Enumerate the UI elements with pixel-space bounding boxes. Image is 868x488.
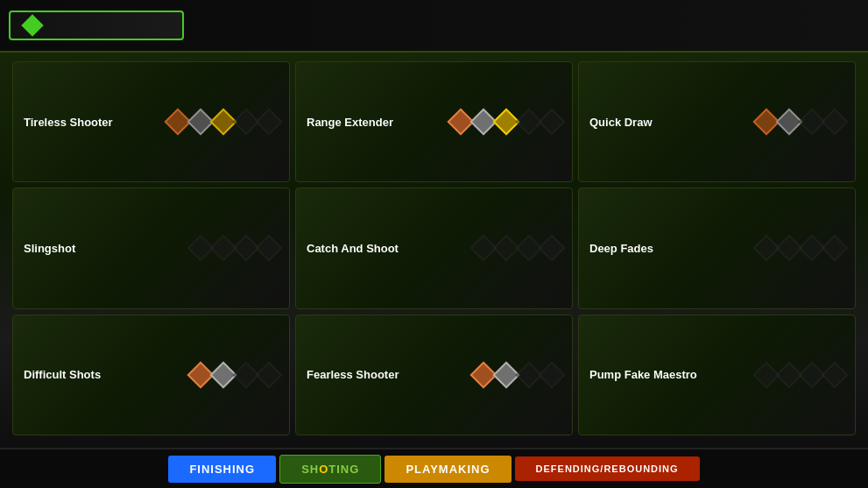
badge-name-range-extender: Range Extender	[307, 116, 394, 129]
badge-icons-catch-and-shoot	[407, 238, 561, 258]
badge-card-range-extender[interactable]: Range Extender	[295, 61, 573, 182]
badge-diamond-range-extender-4	[538, 109, 565, 136]
badge-diamond-slingshot-3	[255, 235, 282, 262]
tab-shooting[interactable]: SHOTING	[279, 455, 381, 484]
badge-card-deep-fades[interactable]: Deep Fades	[578, 187, 856, 308]
badge-name-slingshot: Slingshot	[24, 242, 111, 255]
badge-icons-fearless-shooter	[408, 365, 562, 385]
badge-diamond-pump-fake-maestro-3	[821, 361, 848, 388]
badge-icons-range-extender	[403, 112, 561, 131]
badge-diamond-tireless-shooter-4	[255, 109, 282, 136]
main-container: Tireless ShooterRange ExtenderQuick Draw…	[0, 0, 868, 488]
badge-icons-difficult-shots	[120, 365, 279, 385]
badge-card-tireless-shooter[interactable]: Tireless Shooter	[12, 61, 290, 182]
top-bar	[0, 0, 868, 53]
tab-defending[interactable]: DEFENDING/REBOUNDING	[515, 456, 700, 481]
badge-name-fearless-shooter: Fearless Shooter	[307, 368, 399, 381]
badge-icons-quick-draw	[686, 112, 844, 131]
badge-diamond-quick-draw-3	[821, 109, 848, 136]
badge-diamond-difficult-shots-3	[255, 361, 282, 388]
badge-card-difficult-shots[interactable]: Difficult Shots	[12, 315, 290, 435]
badge-name-catch-and-shoot: Catch And Shoot	[307, 242, 399, 255]
shooting-dot: O	[319, 463, 328, 476]
badge-icons-slingshot	[120, 238, 279, 258]
badge-name-quick-draw: Quick Draw	[589, 116, 677, 129]
max-diamond-icon	[21, 14, 43, 36]
badges-grid: Tireless ShooterRange ExtenderQuick Draw…	[0, 53, 868, 444]
badge-name-difficult-shots: Difficult Shots	[24, 368, 111, 381]
badge-card-quick-draw[interactable]: Quick Draw	[578, 61, 856, 182]
tab-playmaking[interactable]: PLAYMAKING	[385, 456, 511, 483]
tab-finishing[interactable]: FINISHING	[168, 456, 276, 483]
badge-diamond-catch-and-shoot-3	[538, 235, 565, 262]
badge-card-slingshot[interactable]: Slingshot	[12, 187, 290, 308]
bottom-tabs: FINISHINGSHOTINGPLAYMAKINGDEFENDING/REBO…	[0, 448, 868, 488]
badge-name-pump-fake-maestro: Pump Fake Maestro	[589, 368, 697, 381]
badge-name-deep-fades: Deep Fades	[589, 242, 677, 255]
max-badge	[9, 11, 184, 40]
badge-icons-tireless-shooter	[122, 112, 279, 131]
badge-name-tireless-shooter: Tireless Shooter	[24, 116, 113, 129]
badge-card-catch-and-shoot[interactable]: Catch And Shoot	[295, 187, 573, 308]
badge-diamond-deep-fades-3	[821, 235, 848, 262]
badge-icons-pump-fake-maestro	[706, 365, 844, 385]
badge-icons-deep-fades	[686, 238, 844, 258]
badge-diamond-fearless-shooter-3	[538, 361, 565, 388]
badge-card-fearless-shooter[interactable]: Fearless Shooter	[295, 315, 573, 435]
badge-card-pump-fake-maestro[interactable]: Pump Fake Maestro	[578, 315, 856, 435]
